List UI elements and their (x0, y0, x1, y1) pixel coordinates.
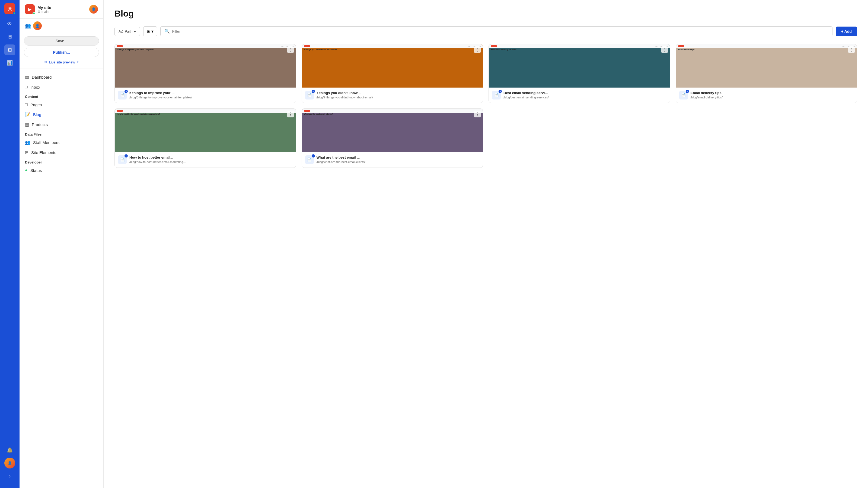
staff-label: Staff Members (33, 140, 59, 145)
user-avatar-sidebar[interactable]: 👤 (33, 22, 42, 30)
dashboard-icon: ▦ (25, 74, 29, 80)
path-filter-dropdown[interactable]: AZ Path ▾ (115, 27, 140, 36)
live-preview-label: Live site preview (49, 60, 75, 64)
sidebar-item-status[interactable]: ● Status (20, 165, 103, 175)
sidebar-item-products[interactable]: ▦ Products (20, 120, 103, 130)
sidebar-item-blog[interactable]: 📝 Blog (20, 109, 103, 120)
cards-grid: — — — 5 things to improve your email tem… (115, 44, 857, 168)
user-avatar-header[interactable]: 👤 (89, 5, 98, 13)
live-preview-link[interactable]: 👁 Live site preview ↗ (24, 59, 99, 65)
new-badge: + (686, 90, 689, 93)
nav-icon-chevron[interactable]: › (4, 470, 15, 482)
nav-icon-chart[interactable]: 📊 (4, 58, 15, 68)
preview-title: Best email sending services (491, 48, 668, 51)
dashboard-label: Dashboard (32, 75, 52, 79)
blog-card-5[interactable]: — — — How to host better email marketing… (115, 108, 296, 167)
sidebar-item-elements[interactable]: ⊞ Site Elements (20, 148, 103, 158)
card-type-icon: 📄 + (679, 91, 688, 99)
card-more-button[interactable]: ⋮ (661, 46, 668, 53)
nav-icon-monitor[interactable]: 🖥 (4, 31, 15, 42)
site-info: My site ⚙ main (37, 5, 87, 13)
toolbar: AZ Path ▾ ⊞ ▾ 🔍 + Add (115, 26, 857, 36)
publish-button[interactable]: Publish... (24, 48, 99, 57)
preview-logo (304, 45, 310, 47)
preview-title: How to host better email marketing campa… (117, 113, 294, 116)
status-icon: ● (25, 168, 28, 173)
card-title: What are the best email ... (316, 155, 480, 159)
site-name: My site (37, 5, 87, 10)
card-url: /blog/5-things-to-improve-your-email-tem… (129, 95, 293, 99)
card-title: 7 things you didn't know ... (316, 91, 480, 95)
card-more-button[interactable]: ⋮ (848, 46, 855, 53)
card-more-button[interactable]: ⋮ (474, 46, 480, 53)
grid-view-icon: ⊞ (147, 29, 150, 34)
card-body: 📄 + How to host better email... /blog/ho… (115, 152, 296, 167)
blog-card-1[interactable]: — — — 5 things to improve your email tem… (115, 44, 296, 103)
eye-icon: 👁 (44, 60, 48, 64)
save-button[interactable]: Save... (24, 36, 99, 45)
nav-icon-avatar[interactable]: 👤 (4, 458, 15, 468)
sidebar-item-dashboard[interactable]: ▦ Dashboard (20, 72, 103, 82)
external-link-icon: ↗ (76, 61, 79, 64)
card-title: 5 things to improve your ... (129, 91, 293, 95)
card-more-button[interactable]: ⋮ (474, 111, 480, 118)
card-preview: — — — 7 things you didn't know about ema… (302, 44, 483, 88)
card-type-icon: 📄 + (305, 155, 314, 164)
preview-image (302, 55, 483, 88)
blog-card-6[interactable]: — — — What are the best email clients? ⋮… (302, 108, 484, 167)
new-badge: + (124, 90, 128, 93)
card-type-icon: 📄 + (118, 155, 127, 164)
nav-icon-grid[interactable]: ⊞ (4, 44, 15, 55)
blog-icon: 📝 (25, 112, 30, 117)
nav-icon-eye[interactable]: 👁 (4, 19, 15, 29)
products-icon: ▦ (25, 122, 29, 127)
card-preview: — — — Email delivery tips ⋮ (676, 44, 857, 88)
staff-icon: 👥 (25, 140, 30, 145)
users-icon: 👥 (25, 23, 31, 29)
blog-card-4[interactable]: — — — Email delivery tips ⋮ 📄 + Email de… (676, 44, 858, 103)
blog-card-3[interactable]: — — — Best email sending services ⋮ 📄 + … (489, 44, 670, 103)
preview-image (115, 55, 296, 88)
blog-card-2[interactable]: — — — 7 things you didn't know about ema… (302, 44, 484, 103)
card-text: 5 things to improve your ... /blog/5-thi… (129, 91, 293, 99)
view-toggle[interactable]: ⊞ ▾ (143, 26, 157, 36)
card-preview: — — — Best email sending services ⋮ (489, 44, 670, 88)
sidebar-header: ▶ My site ⚙ main 👤 (20, 0, 103, 19)
card-more-button[interactable]: ⋮ (287, 111, 294, 118)
card-title: Email delivery tips (691, 91, 854, 95)
data-files-section-header: Data Files (20, 130, 103, 137)
card-preview: — — — How to host better email marketing… (115, 109, 296, 152)
card-type-icon: 📄 + (492, 91, 501, 99)
card-text: How to host better email... /blog/how-to… (129, 155, 293, 164)
pages-icon: □ (25, 102, 28, 107)
branch-icon: ⚙ (37, 10, 40, 13)
blog-label: Blog (33, 112, 41, 117)
preview-image (115, 119, 296, 152)
card-url: /blog/email-delivery-tips/ (691, 95, 854, 99)
rail-bottom: 🔔 👤 › (4, 445, 15, 485)
card-text: Best email sending servi... /blog/best-e… (503, 91, 667, 99)
products-label: Products (32, 122, 48, 127)
card-body: 📄 + Best email sending servi... /blog/be… (489, 88, 670, 103)
card-body: 📄 + Email delivery tips /blog/email-deli… (676, 88, 857, 103)
az-icon: AZ (119, 29, 123, 33)
new-badge: + (499, 90, 502, 93)
sidebar-item-staff[interactable]: 👥 Staff Members (20, 137, 103, 148)
nav-icon-bell[interactable]: 🔔 (4, 445, 15, 455)
sidebar-item-pages[interactable]: □ Pages (20, 100, 103, 109)
add-button[interactable]: + Add (836, 27, 857, 36)
icon-rail: ◎ 👁 🖥 ⊞ 📊 🔔 👤 › (0, 0, 20, 488)
card-more-button[interactable]: ⋮ (287, 46, 294, 53)
search-bar: 🔍 (160, 26, 833, 36)
preview-image (489, 55, 670, 88)
inbox-icon: □ (25, 85, 28, 90)
app-logo[interactable]: ◎ (4, 3, 15, 14)
search-input[interactable] (172, 29, 828, 34)
sidebar-item-inbox[interactable]: □ Inbox (20, 82, 103, 92)
preview-title: 5 things to improve your email templates (117, 48, 294, 51)
preview-logo (117, 110, 123, 112)
main-content: Blog AZ Path ▾ ⊞ ▾ 🔍 + Add — — — (104, 0, 868, 488)
content-section-header: Content (20, 92, 103, 100)
preview-logo (117, 45, 123, 47)
page-title: Blog (115, 9, 857, 19)
